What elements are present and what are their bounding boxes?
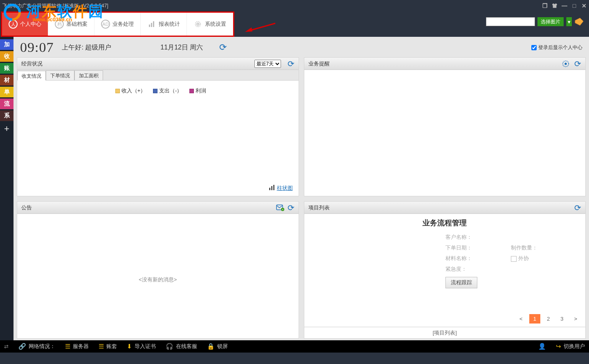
window-shirt-icon[interactable] (550, 0, 560, 11)
outsource-checkbox[interactable] (511, 256, 517, 262)
window-close-icon[interactable]: ✕ (579, 0, 589, 11)
status-switch-user[interactable]: ↪切换用户 (556, 343, 585, 350)
sidebar-item-add[interactable]: 加 (0, 39, 13, 50)
tab-label: 报表统计 (159, 20, 180, 28)
link-label: 柱状图 (277, 184, 293, 192)
pager-next[interactable]: > (570, 314, 581, 324)
empty-message: <没有新的消息> (17, 276, 299, 283)
status-online-support[interactable]: 🎧在线客服 (166, 343, 197, 350)
refresh-icon[interactable]: ⟳ (288, 59, 294, 69)
window-minimize-icon[interactable]: — (560, 0, 569, 11)
sidebar-item-material[interactable]: 材 (0, 75, 13, 85)
label-outsource: 外协 (518, 255, 529, 261)
subtab-processing-area[interactable]: 加工面积 (74, 70, 103, 80)
tab-business-process[interactable]: AD业务处理 (94, 13, 141, 36)
panel-header: 公告 + ⟳ (17, 202, 299, 214)
refresh-icon[interactable]: ⟳ (574, 203, 581, 213)
legend-swatch-profit (189, 89, 194, 93)
status-server[interactable]: ☰服务器 (65, 343, 89, 350)
list-footer: [项目列表] (304, 327, 586, 338)
tab-report-stats[interactable]: 报表统计 (141, 13, 187, 36)
sidebar-item-order[interactable]: 单 (0, 87, 13, 97)
status-label: 在线客服 (176, 343, 197, 350)
user-icon: 人 (9, 20, 18, 29)
svg-point-5 (196, 22, 201, 27)
date-display: 11月12日 周六 (160, 43, 203, 52)
status-label: 账套 (106, 343, 117, 350)
dashboard-grid: 经营状况 最近7天 ⟳ 收支情况 下单情况 加工面积 收入（+） 支出（-） 利… (17, 57, 586, 339)
subtab-income-expense[interactable]: 收支情况 (17, 71, 46, 81)
label-material: 材料名称： (445, 255, 474, 262)
settings-gear-icon[interactable] (562, 60, 569, 67)
status-lock-screen[interactable]: 🔒锁屏 (207, 343, 228, 350)
panel-header: 经营状况 最近7天 ⟳ (17, 58, 299, 70)
announcement-icon[interactable] (574, 17, 585, 26)
link-icon: 🔗 (18, 343, 26, 350)
pager-page-3[interactable]: 3 (556, 314, 567, 324)
archive-icon: 档 (55, 20, 64, 29)
panel-title: 经营状况 (21, 60, 43, 67)
main-area: 09:07 上午好: 超级用户 11月12日 周六 ⟳ 登录后显示个人中心 经营… (13, 37, 589, 340)
pager-page-1[interactable]: 1 (529, 314, 540, 324)
status-account-set[interactable]: ☰账套 (99, 343, 117, 350)
pager-page-2[interactable]: 2 (543, 314, 554, 324)
status-label: 服务器 (73, 343, 89, 350)
label-order-date: 下单日期： (445, 244, 474, 252)
svg-text:+: + (281, 208, 283, 211)
show-personal-center-checkbox[interactable]: 登录后显示个人中心 (531, 44, 582, 51)
main-nav: 人个人中心 档基础档案 AD业务处理 报表统计 系统设置 选择图片 ▾ (0, 11, 589, 37)
new-message-icon[interactable]: + (276, 204, 284, 211)
panel-business-status: 经营状况 最近7天 ⟳ 收支情况 下单情况 加工面积 收入（+） 支出（-） 利… (17, 57, 299, 196)
svg-line-7 (249, 23, 275, 31)
legend-swatch-income (115, 89, 120, 93)
sidebar-item-system[interactable]: 系 (0, 110, 13, 121)
panel-business-reminder: 业务提醒 ⟳ (304, 57, 586, 196)
tab-label: 基础档案 (66, 20, 88, 28)
tab-basic-archives[interactable]: 档基础档案 (48, 13, 94, 36)
panel-title: 公告 (21, 204, 32, 211)
workflow-title: 业务流程管理 (304, 214, 586, 232)
status-current-user[interactable]: 👤 (538, 343, 546, 350)
status-label: 导入证书 (135, 343, 156, 350)
tab-system-settings[interactable]: 系统设置 (187, 13, 233, 36)
legend-swatch-expense (153, 89, 157, 93)
select-image-button[interactable]: 选择图片 (537, 17, 564, 26)
nav-right: 选择图片 ▾ (486, 17, 585, 26)
lock-icon: 🔒 (207, 343, 215, 350)
statusbar: ⇄ 🔗网络情况： ☰服务器 ☰账套 ⬇导入证书 🎧在线客服 🔒锁屏 👤 ↪切换用… (0, 340, 589, 353)
bar-chart-link[interactable]: 柱状图 (269, 184, 293, 192)
process-track-button[interactable]: 流程跟踪 (445, 277, 477, 288)
sidebar-item-receive[interactable]: 收 (0, 51, 13, 62)
subtab-orders[interactable]: 下单情况 (46, 70, 74, 80)
tab-personal-center[interactable]: 人个人中心 (2, 13, 48, 36)
select-image-dropdown[interactable]: ▾ (566, 17, 572, 26)
svg-point-6 (197, 23, 199, 25)
sidebar-item-flow[interactable]: 流 (0, 99, 13, 109)
svg-rect-4 (153, 21, 154, 27)
date-range-select[interactable]: 最近7天 (254, 60, 281, 68)
label-make-qty: 制作数量： (511, 244, 537, 252)
refresh-icon[interactable]: ⟳ (288, 203, 294, 213)
legend-label: 支出（-） (159, 88, 182, 94)
status-import-cert[interactable]: ⬇导入证书 (127, 343, 156, 350)
subtabs: 收支情况 下单情况 加工面积 (17, 70, 299, 81)
status-network[interactable]: 🔗网络情况： (18, 343, 55, 350)
window-copy-icon[interactable]: ❐ (540, 0, 550, 11)
label-customer: 客户名称： (445, 234, 474, 241)
tab-label: 业务处理 (112, 20, 134, 28)
refresh-icon[interactable]: ⟳ (219, 42, 227, 53)
user-icon: 👤 (538, 343, 546, 350)
pager-prev[interactable]: < (515, 314, 527, 324)
sidebar-add-button[interactable]: + (0, 122, 13, 135)
checkbox-input[interactable] (531, 45, 537, 50)
refresh-icon[interactable]: ⟳ (574, 59, 581, 69)
status-swap[interactable]: ⇄ (4, 344, 9, 350)
window-controls: ❐ — □ ✕ (540, 0, 589, 11)
status-label: 网络情况： (29, 343, 55, 350)
panel-body (304, 70, 586, 196)
window-maximize-icon[interactable]: □ (569, 0, 579, 11)
search-input[interactable] (486, 17, 535, 26)
switch-icon: ↪ (556, 343, 561, 350)
gear-icon (193, 20, 202, 29)
sidebar-item-account[interactable]: 账 (0, 63, 13, 74)
